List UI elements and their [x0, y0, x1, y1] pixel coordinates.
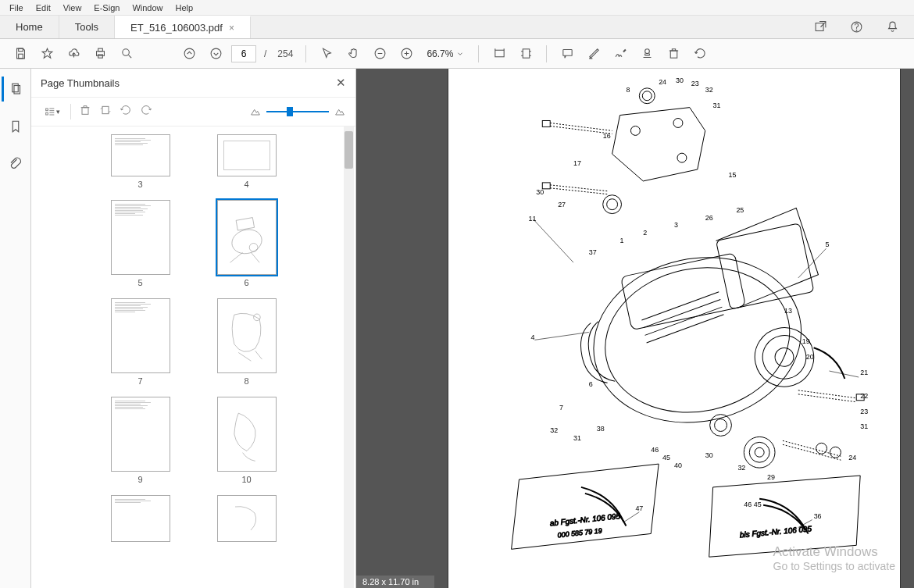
thumb-redo-icon[interactable]: [140, 104, 152, 119]
page-down-button[interactable]: [205, 43, 227, 65]
fit-page-button[interactable]: [515, 43, 537, 65]
svg-rect-23: [102, 106, 109, 113]
page-dimensions: 8.28 x 11.70 in: [356, 576, 434, 588]
svg-point-46: [755, 447, 764, 457]
svg-text:3: 3: [674, 221, 678, 229]
thumb-options-button[interactable]: ▾: [41, 101, 62, 123]
menu-window[interactable]: Window: [126, 3, 169, 12]
tab-bar: Home Tools ET_516_106003.pdf ×: [0, 16, 914, 39]
star-button[interactable]: [36, 43, 58, 65]
thumb-undo-icon[interactable]: [120, 104, 132, 119]
tab-close-icon[interactable]: ×: [229, 23, 234, 34]
delete-button[interactable]: [662, 43, 684, 65]
svg-text:7: 7: [559, 404, 563, 412]
svg-point-34: [642, 91, 652, 101]
sign-button[interactable]: [609, 43, 631, 65]
bookmarks-tab[interactable]: [3, 114, 28, 139]
menu-edit[interactable]: Edit: [30, 3, 57, 12]
thumbnail-page-6[interactable]: 6: [217, 200, 277, 287]
thumbnail-page-5[interactable]: 5: [111, 200, 170, 287]
cloud-button[interactable]: [62, 43, 84, 65]
svg-point-35: [603, 195, 622, 214]
hand-tool[interactable]: [342, 43, 364, 65]
main-toolbar: / 254 66.7%: [0, 39, 914, 69]
print-button[interactable]: [89, 43, 111, 65]
close-panel-button[interactable]: ✕: [336, 76, 346, 90]
svg-text:27: 27: [558, 201, 566, 208]
menu-esign[interactable]: E-Sign: [87, 3, 126, 12]
page-separator: /: [264, 48, 266, 59]
svg-text:ab Fgst.-Nr. 106 095: ab Fgst.-Nr. 106 095: [549, 511, 621, 527]
svg-text:31: 31: [713, 102, 721, 109]
thumb-size-slider[interactable]: [266, 111, 329, 112]
svg-rect-3: [18, 48, 23, 52]
svg-rect-15: [563, 50, 572, 56]
rotate-button[interactable]: [689, 43, 711, 65]
menu-help[interactable]: Help: [170, 3, 200, 12]
svg-text:32: 32: [550, 426, 558, 434]
thumbnail-page-4[interactable]: 4: [217, 134, 277, 189]
svg-point-33: [639, 88, 655, 104]
thumb-rotate-icon[interactable]: [99, 104, 112, 119]
svg-point-24: [229, 226, 264, 257]
zoom-in-button[interactable]: [395, 43, 417, 65]
svg-text:23: 23: [860, 408, 868, 415]
svg-text:30: 30: [536, 188, 544, 196]
thumbnails-toolbar: ▾: [31, 97, 355, 127]
document-page: ab Fgst.-Nr. 106 095 000 585 79 19 bis F…: [448, 69, 901, 588]
page-up-button[interactable]: [178, 43, 200, 65]
notifications-button[interactable]: [881, 16, 903, 38]
attachments-tab[interactable]: [3, 151, 28, 176]
selection-tool[interactable]: [316, 43, 337, 65]
svg-text:2: 2: [643, 229, 647, 237]
thumbnail-page-9[interactable]: 9: [111, 397, 170, 484]
search-button[interactable]: [116, 43, 137, 65]
highlight-button[interactable]: [583, 43, 605, 65]
tab-document[interactable]: ET_516_106003.pdf ×: [115, 16, 251, 38]
stamp-button[interactable]: [636, 43, 658, 65]
svg-point-9: [184, 48, 195, 59]
svg-text:47: 47: [635, 504, 643, 512]
zoom-select[interactable]: 66.7%: [422, 48, 469, 59]
svg-rect-20: [45, 109, 48, 111]
svg-rect-17: [670, 51, 677, 58]
thumbnail-page-10[interactable]: 10: [217, 397, 277, 484]
svg-text:17: 17: [573, 159, 581, 167]
svg-text:25: 25: [736, 206, 744, 214]
svg-text:13: 13: [784, 307, 792, 315]
svg-rect-19: [14, 86, 20, 94]
svg-text:38: 38: [597, 425, 605, 433]
save-button[interactable]: [9, 43, 31, 65]
thumbnails-scrollbar[interactable]: [344, 127, 354, 588]
share-button[interactable]: [809, 16, 831, 38]
tab-tools[interactable]: Tools: [59, 16, 115, 38]
thumbnail-page-7[interactable]: 7: [111, 298, 170, 386]
svg-text:6: 6: [589, 380, 593, 388]
svg-point-36: [607, 199, 618, 210]
document-viewer[interactable]: ◂: [356, 69, 914, 588]
comment-button[interactable]: [556, 43, 578, 65]
menu-file[interactable]: File: [3, 3, 30, 12]
thumbnails-tab[interactable]: [2, 77, 27, 102]
thumbnail-page-8[interactable]: 8: [217, 298, 277, 386]
tab-home[interactable]: Home: [0, 16, 59, 38]
page-total: 254: [277, 48, 293, 59]
svg-point-45: [749, 442, 769, 462]
thumbnail-page-12[interactable]: [217, 495, 277, 542]
thumb-delete-icon[interactable]: [79, 104, 91, 119]
help-button[interactable]: [845, 16, 867, 38]
thumbnail-page-11[interactable]: [111, 495, 170, 542]
svg-text:24: 24: [659, 78, 666, 86]
svg-rect-14: [523, 49, 530, 58]
thumb-large-icon: [334, 105, 346, 118]
svg-rect-21: [45, 112, 48, 115]
fit-width-button[interactable]: [488, 43, 510, 65]
thumbnail-page-3[interactable]: 3: [111, 134, 170, 189]
thumbnails-panel: Page Thumbnails ✕ ▾ 3 4 5 6: [31, 69, 356, 588]
zoom-out-button[interactable]: [369, 43, 391, 65]
svg-text:36: 36: [814, 512, 822, 520]
menu-view[interactable]: View: [57, 3, 88, 12]
thumb-small-icon: [249, 105, 262, 118]
page-number-input[interactable]: [231, 45, 256, 62]
svg-text:1: 1: [620, 237, 624, 244]
